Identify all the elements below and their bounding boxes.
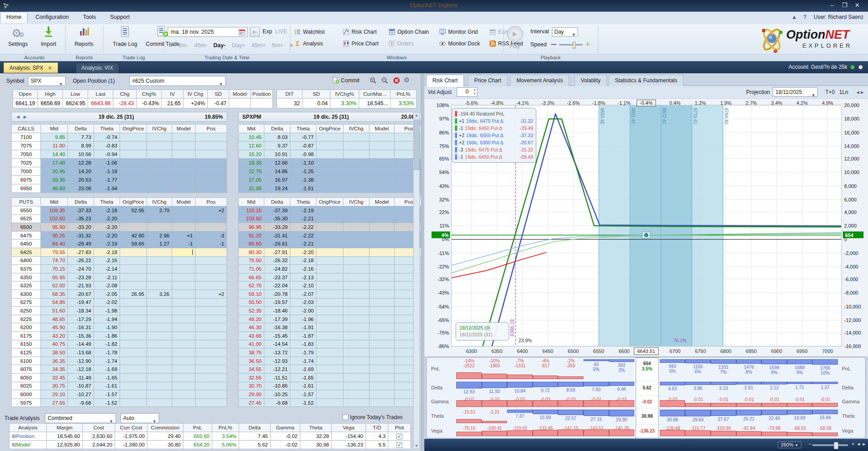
projection-lines[interactable]: 1Ln [839,89,848,95]
chain-cell[interactable] [120,365,147,374]
chain-cell[interactable]: -1.25 [290,167,316,176]
chain-cell[interactable] [196,340,227,349]
chain-cell[interactable] [316,265,343,273]
chain-cell[interactable] [316,223,343,232]
chain-row[interactable]: 642579.55-27.83-2.18 [11,248,227,257]
chain-cell[interactable] [369,240,395,248]
chain-cell[interactable]: -0.77 [290,133,316,142]
chain-cell[interactable] [343,323,369,332]
chain-cell[interactable]: 27.45 [238,399,264,407]
chain-cell[interactable] [147,281,172,290]
chain-cell[interactable] [172,167,196,176]
chain-cell[interactable] [196,365,227,374]
close-tab-icon[interactable]: ✕ [48,65,52,71]
chain-cell[interactable]: -2.22 [290,223,316,232]
chain-cell[interactable] [147,184,172,193]
chain-cell[interactable] [369,176,395,184]
chain-cell[interactable]: 8.03 [264,133,290,142]
chain-cell[interactable] [196,159,227,167]
chain-cell[interactable]: -1.77 [94,176,120,184]
chain-cell[interactable]: -1.57 [94,390,120,399]
strike-label[interactable]: 6500 [11,223,41,232]
chain-row[interactable]: 71009.857.73-0.74 [11,133,227,142]
chain-cell[interactable] [369,323,395,332]
strike-label[interactable]: 6225 [11,315,41,324]
chain-cell[interactable]: -26.32 [264,257,290,265]
chain-cell[interactable] [343,382,369,391]
chain-cell[interactable]: -1.18 [94,167,120,176]
chain-cell[interactable] [343,150,369,159]
chain-cell[interactable]: -0.74 [94,133,120,142]
chain-row[interactable]: 645084.40-29.49-2.1959.651.27-1-1 [11,240,227,248]
chain-cell[interactable]: 43.65 [238,332,264,340]
chain-cell[interactable]: 12.66 [264,159,290,167]
chain-cell[interactable] [316,390,343,399]
chain-cell[interactable]: -19.57 [264,299,290,307]
chain-cell[interactable] [147,167,172,176]
speed-slider-thumb[interactable] [573,42,576,49]
chain-cell[interactable]: -1.94 [94,184,120,193]
chain-cell[interactable] [343,290,369,299]
time-picker-button[interactable]: ⊢ [250,27,260,37]
chain-cell[interactable] [147,390,172,399]
chain-cell[interactable]: 49.20 [238,315,264,324]
monitor-grid-button[interactable]: Monitor Grid [439,27,490,37]
tab-movement-analysis[interactable]: Movement Analysis [510,75,569,86]
chain-cell[interactable] [369,150,395,159]
chain-cell[interactable]: 80.30 [238,248,264,257]
chain-row[interactable]: 605032.45-11.49-1.65 [11,374,227,382]
chain-cell[interactable] [172,142,196,150]
chain-cell[interactable] [120,315,147,324]
strike-label[interactable]: 6475 [11,232,41,240]
strike-label[interactable]: 6050 [11,374,41,382]
chain-cell[interactable] [147,223,172,232]
chain-cell[interactable] [147,257,172,265]
chain-cell[interactable] [369,365,395,374]
chain-row[interactable]: 12.609.37-0.87 [238,142,423,150]
chain-cell[interactable]: -13.72 [264,348,290,357]
chain-row[interactable]: 46.30-16.38-1.91 [238,323,423,332]
tab-risk-chart[interactable]: Risk Chart [426,75,464,87]
chain-cell[interactable]: 12.28 [68,159,94,167]
chain-cell[interactable] [196,273,227,282]
chain-cell[interactable]: -2.20 [94,232,120,240]
chain-cell[interactable] [196,332,227,340]
chain-cell[interactable]: -2.20 [94,215,120,223]
chain-row[interactable]: 612538.50-13.68-1.78 [11,348,227,357]
chain-cell[interactable]: 19.24 [264,184,290,193]
chain-cell[interactable]: -1 [196,240,227,248]
maximize-button[interactable]: ❐ [838,2,851,9]
strike-label[interactable]: 6525 [11,215,41,223]
chain-row[interactable]: 71.05-24.82-2.16 [238,265,423,273]
auto-select[interactable]: Auto▼ [120,413,159,423]
chain-cell[interactable] [147,315,172,324]
strike-label[interactable]: 6300 [11,290,41,299]
chain-row[interactable]: 602530.75-10.87-1.61 [11,382,227,391]
chain-cell[interactable] [343,142,369,150]
risk-chart-button[interactable]: Risk Chart [343,27,389,37]
chain-cell[interactable] [172,340,196,349]
chain-cell[interactable] [369,340,395,349]
chain-cell[interactable] [196,176,227,184]
chain-cell[interactable]: 102.60 [41,215,68,223]
chain-cell[interactable]: -2.16 [94,257,120,265]
chain-cell[interactable] [147,273,172,282]
ta-plot-cell[interactable]: ✓ [388,432,411,441]
chain-cell[interactable] [172,299,196,307]
live-label[interactable]: LIVE [275,28,287,35]
chain-cell[interactable]: -10.27 [68,390,94,399]
chain-cell[interactable]: 85.50 [238,240,264,248]
strike-label[interactable]: 6150 [11,340,41,349]
chain-cell[interactable]: -2.21 [290,215,316,223]
speed-plus-icon[interactable]: ✛ [585,41,590,48]
strike-label[interactable]: 6550 [11,206,41,215]
chain-cell[interactable]: 36.50 [238,357,264,366]
menu-configuration[interactable]: Configuration [29,12,75,22]
chain-cell[interactable]: 29.00 [238,390,264,399]
chain-cell[interactable] [147,340,172,349]
chain-cell[interactable]: -0.98 [290,150,316,159]
plot-checkbox[interactable]: ✓ [396,442,402,448]
projection-date-select[interactable]: 18/11/2025▼ [773,87,818,97]
chain-cell[interactable] [196,133,227,142]
chain-cell[interactable]: -19.47 [68,299,94,307]
